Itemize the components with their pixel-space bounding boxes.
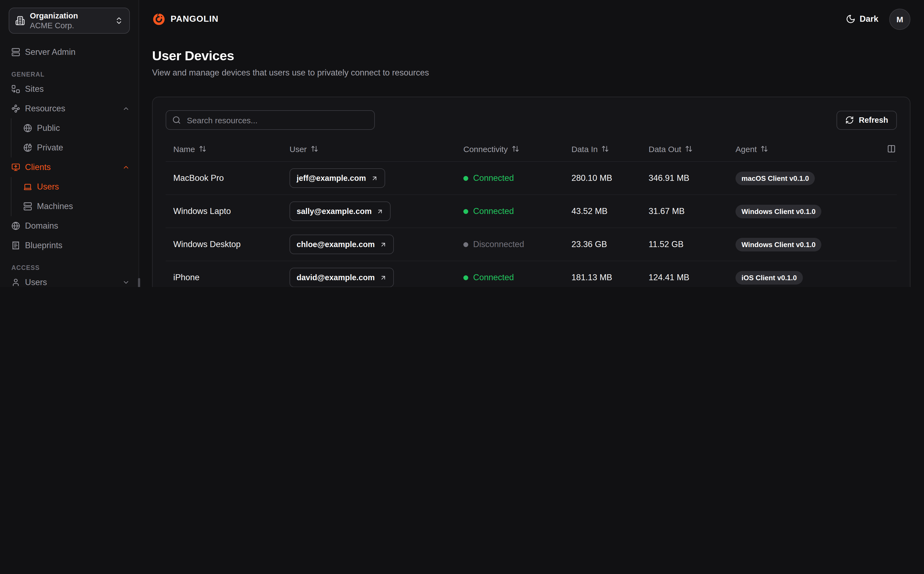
column-header-user[interactable]: User — [282, 144, 456, 153]
status-label: Connected — [473, 207, 514, 216]
column-label: Agent — [735, 144, 757, 153]
status-dot — [464, 275, 468, 280]
cell-connectivity: Connected — [456, 273, 564, 282]
sidebar-item-label: Users — [37, 182, 59, 192]
sidebar-item-label: Users — [25, 278, 47, 287]
org-texts: Organization ACME Corp. — [30, 11, 110, 31]
column-header-data-in[interactable]: Data In — [564, 144, 641, 153]
sort-icon — [760, 145, 768, 153]
cell-data-out: 11.52 GB — [641, 240, 728, 249]
user-link-button[interactable]: david@example.com — [290, 268, 394, 287]
refresh-button[interactable]: Refresh — [837, 110, 897, 129]
chevron-up-icon — [122, 164, 130, 171]
avatar-initial: M — [897, 14, 904, 24]
server-icon — [24, 202, 32, 211]
sidebar-resize-handle[interactable] — [138, 278, 140, 287]
app: Organization ACME Corp. Server Admin GEN… — [0, 0, 924, 287]
status-dot — [464, 209, 468, 214]
cell-data-in: 43.52 MB — [564, 207, 641, 216]
agent-badge: Windows Client v0.1.0 — [735, 205, 822, 218]
cell-agent: Windows Client v0.1.0 — [728, 205, 864, 218]
status-label: Disconnected — [473, 240, 524, 249]
status-dot — [464, 242, 468, 247]
column-header-data-out[interactable]: Data Out — [641, 144, 728, 153]
devices-card: Refresh Name User Conn — [152, 97, 910, 287]
chevron-down-icon — [122, 279, 130, 286]
sort-icon — [311, 145, 318, 153]
cell-name: Windows Desktop — [166, 240, 282, 249]
columns-toggle-button[interactable] — [887, 145, 896, 153]
sidebar-item-clients[interactable]: Clients — [0, 158, 139, 177]
cell-connectivity: Disconnected — [456, 240, 564, 249]
brand-name: PANGOLIN — [170, 14, 219, 24]
column-label: User — [290, 144, 307, 153]
sidebar-item-label: Clients — [25, 162, 51, 172]
sidebar-item-label: Public — [37, 123, 60, 133]
search-box — [166, 110, 375, 130]
sidebar-item-users[interactable]: Users — [0, 273, 139, 287]
brand[interactable]: PANGOLIN — [152, 12, 219, 26]
table-row: iPhone david@example.com Connected 181.1… — [166, 261, 897, 287]
chevrons-up-down-icon — [115, 16, 123, 25]
cell-data-in: 23.36 GB — [564, 240, 641, 249]
globe-lock-icon — [24, 144, 32, 152]
cell-name: Windows Lapto — [166, 207, 282, 216]
clients-subgroup: Users Machines — [11, 177, 139, 216]
user-link-button[interactable]: jeff@example.com — [290, 168, 385, 188]
server-icon — [11, 48, 20, 57]
org-selector[interactable]: Organization ACME Corp. — [9, 8, 130, 34]
search-input[interactable] — [186, 115, 368, 125]
sidebar: Organization ACME Corp. Server Admin GEN… — [0, 0, 139, 287]
column-label: Data In — [571, 144, 598, 153]
table-header-row: Name User Connectivity Data In — [166, 136, 897, 162]
cell-data-in: 181.13 MB — [564, 273, 641, 282]
cell-data-out: 346.91 MB — [641, 173, 728, 183]
sidebar-item-label: Blueprints — [25, 241, 63, 250]
cell-agent: iOS Client v0.1.0 — [728, 271, 864, 284]
user-link-button[interactable]: chloe@example.com — [290, 235, 394, 254]
sidebar-item-clients-users[interactable]: Users — [11, 177, 139, 197]
user-icon — [11, 278, 20, 287]
refresh-icon — [845, 116, 854, 125]
theme-toggle[interactable]: Dark — [845, 14, 878, 24]
user-email: sally@example.com — [296, 207, 372, 216]
column-header-options — [864, 145, 897, 153]
column-header-connectivity[interactable]: Connectivity — [456, 144, 564, 153]
sidebar-item-label: Domains — [25, 221, 58, 231]
status-label: Connected — [473, 173, 514, 183]
cell-agent: Windows Client v0.1.0 — [728, 238, 864, 251]
page-title: User Devices — [152, 48, 910, 63]
sidebar-item-blueprints[interactable]: Blueprints — [0, 236, 139, 255]
column-label: Name — [173, 144, 195, 153]
sidebar-nav: Server Admin GENERAL Sites Resources Pub… — [0, 34, 139, 287]
column-label: Data Out — [649, 144, 681, 153]
arrow-up-right-icon — [377, 208, 384, 215]
sidebar-item-domains[interactable]: Domains — [0, 216, 139, 236]
building-icon — [15, 16, 25, 25]
sidebar-item-label: Private — [37, 143, 63, 153]
user-link-button[interactable]: sally@example.com — [290, 202, 391, 221]
monitor-up-icon — [11, 163, 20, 172]
sidebar-item-private[interactable]: Private — [11, 138, 139, 158]
page-subtitle: View and manage devices that users use t… — [152, 68, 910, 78]
sidebar-item-public[interactable]: Public — [11, 118, 139, 138]
column-header-agent[interactable]: Agent — [728, 144, 864, 153]
column-header-name[interactable]: Name — [166, 144, 282, 153]
sidebar-item-label: Sites — [25, 84, 44, 94]
cell-name: MacBook Pro — [166, 173, 282, 183]
cell-data-out: 31.67 MB — [641, 207, 728, 216]
sidebar-item-machines[interactable]: Machines — [11, 197, 139, 216]
agent-badge: macOS Client v0.1.0 — [735, 171, 815, 185]
sidebar-section-access: ACCESS — [0, 265, 139, 271]
sidebar-item-server-admin[interactable]: Server Admin — [0, 43, 139, 62]
status-label: Connected — [473, 273, 514, 282]
sidebar-item-resources[interactable]: Resources — [0, 99, 139, 118]
waypoints-icon — [11, 104, 20, 113]
globe-icon — [11, 222, 20, 230]
sidebar-item-label: Server Admin — [25, 47, 76, 57]
arrow-up-right-icon — [380, 274, 387, 281]
sort-icon — [511, 145, 519, 153]
cell-user: david@example.com — [282, 268, 456, 287]
avatar[interactable]: M — [889, 8, 910, 30]
sidebar-item-sites[interactable]: Sites — [0, 79, 139, 99]
